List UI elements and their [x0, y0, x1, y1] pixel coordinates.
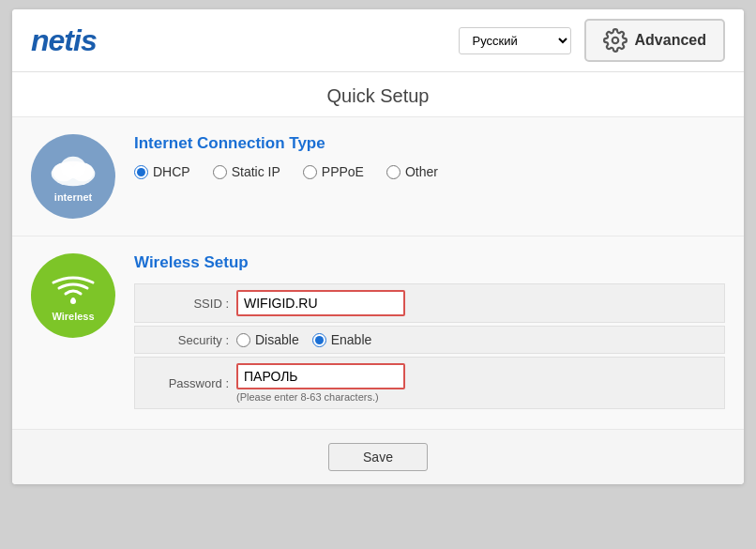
advanced-button[interactable]: Advanced — [584, 19, 725, 62]
wireless-form: SSID : Security : Disable Enable — [134, 283, 725, 412]
password-hint: (Please enter 8-63 characters.) — [236, 391, 405, 403]
radio-dhcp-label: DHCP — [153, 164, 190, 179]
wireless-icon-circle: Wireless — [31, 253, 115, 338]
ssid-label: SSID : — [144, 297, 229, 311]
security-disable-label: Disable — [255, 332, 299, 347]
svg-point-5 — [70, 298, 76, 304]
header-right: Русский English 中文 Advanced — [459, 19, 725, 62]
ssid-row: SSID : — [134, 283, 725, 323]
save-button[interactable]: Save — [328, 443, 428, 471]
password-row: Password : (Please enter 8-63 characters… — [134, 357, 725, 409]
footer: Save — [12, 430, 744, 484]
security-radio-group: Disable Enable — [236, 332, 371, 347]
radio-static[interactable]: Static IP — [213, 164, 280, 179]
radio-static-input[interactable] — [213, 165, 227, 179]
svg-point-4 — [61, 157, 86, 178]
wireless-section: Wireless Wireless Setup SSID : Security … — [12, 236, 744, 430]
internet-radio-group: DHCP Static IP PPPoE Other — [134, 164, 725, 179]
radio-other-label: Other — [405, 164, 438, 179]
radio-dhcp-input[interactable] — [134, 165, 148, 179]
language-select[interactable]: Русский English 中文 — [459, 27, 571, 54]
radio-pppoe[interactable]: PPPoE — [303, 164, 364, 179]
cloud-icon — [50, 150, 97, 188]
ssid-input[interactable] — [236, 290, 405, 316]
radio-other[interactable]: Other — [386, 164, 438, 179]
wifi-icon — [49, 269, 98, 309]
internet-section: internet Internet Connection Type DHCP S… — [12, 117, 744, 236]
header: netis Русский English 中文 Advanced — [12, 9, 744, 72]
security-disable-input[interactable] — [236, 333, 250, 347]
radio-static-label: Static IP — [232, 164, 280, 179]
security-enable[interactable]: Enable — [312, 332, 372, 347]
security-enable-label: Enable — [331, 332, 372, 347]
main-container: netis Русский English 中文 Advanced Quick … — [12, 9, 744, 484]
internet-section-content: Internet Connection Type DHCP Static IP … — [134, 134, 725, 179]
gear-icon — [603, 28, 627, 53]
password-input[interactable] — [236, 363, 405, 389]
internet-icon-circle: internet — [31, 134, 115, 219]
security-row: Security : Disable Enable — [134, 326, 725, 354]
internet-section-title: Internet Connection Type — [134, 134, 725, 153]
security-enable-input[interactable] — [312, 333, 326, 347]
internet-label: internet — [54, 191, 92, 203]
svg-point-0 — [612, 38, 618, 44]
radio-dhcp[interactable]: DHCP — [134, 164, 190, 179]
password-col: (Please enter 8-63 characters.) — [236, 363, 405, 403]
wireless-section-content: Wireless Setup SSID : Security : Disable — [134, 253, 725, 412]
radio-pppoe-input[interactable] — [303, 165, 317, 179]
wireless-icon-inner: Wireless — [49, 269, 98, 322]
logo: netis — [31, 23, 97, 58]
security-disable[interactable]: Disable — [236, 332, 299, 347]
wireless-section-title: Wireless Setup — [134, 253, 725, 272]
page-title: Quick Setup — [12, 72, 744, 117]
radio-other-input[interactable] — [386, 165, 401, 179]
security-label: Security : — [144, 333, 229, 347]
radio-pppoe-label: PPPoE — [322, 164, 364, 179]
internet-icon-inner: internet — [50, 150, 97, 203]
password-label: Password : — [144, 376, 229, 390]
wireless-label: Wireless — [52, 311, 94, 322]
advanced-label: Advanced — [635, 32, 706, 49]
